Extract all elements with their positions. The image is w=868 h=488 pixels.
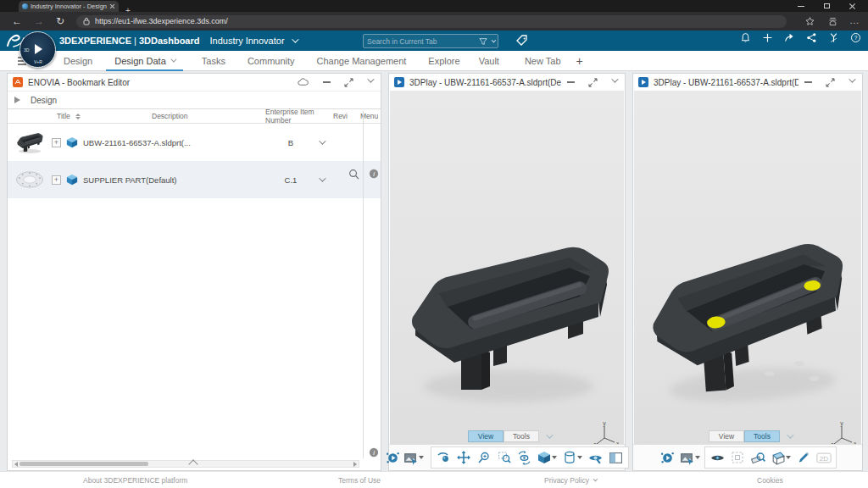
2d-annotation-icon[interactable]: 2D <box>815 449 832 466</box>
widget-menu-chevron-icon[interactable] <box>367 75 374 82</box>
window-restore-button[interactable] <box>814 0 839 12</box>
add-dashboard-tab-button[interactable]: + <box>576 54 583 68</box>
share-nodes-icon[interactable] <box>806 32 817 43</box>
tab-menu-chevron-icon[interactable] <box>170 57 176 63</box>
dashboard-name[interactable]: Industry Innovator <box>210 36 285 46</box>
global-search[interactable] <box>363 34 498 48</box>
column-enterprise-item-number[interactable]: Enterprise Item Number <box>265 108 333 125</box>
search-input[interactable] <box>367 37 479 46</box>
column-revision[interactable]: Revi <box>333 112 355 120</box>
view-modes-cylinder-icon[interactable] <box>562 449 584 466</box>
tools-tab[interactable]: Tools <box>744 430 780 442</box>
tab-change-management[interactable]: Change Management <box>314 51 410 71</box>
info-icon[interactable]: i <box>369 169 379 179</box>
info-icon[interactable]: i <box>369 447 379 458</box>
footer-privacy-link[interactable]: Privacy Policy <box>544 476 596 485</box>
browser-tab[interactable]: Industry Innovator - Design Data <box>19 1 119 12</box>
footer-cookies-link[interactable]: Cookies <box>757 476 783 485</box>
footer-terms-link[interactable]: Terms of Use <box>338 476 381 485</box>
sort-icon[interactable] <box>75 114 81 119</box>
help-icon[interactable]: ? <box>850 32 861 43</box>
minimize-widget-icon[interactable] <box>804 78 812 87</box>
widget-menu-chevron-icon[interactable] <box>849 75 855 82</box>
3dcompass[interactable]: 3D V+R <box>19 31 56 68</box>
search-icon[interactable] <box>348 169 359 180</box>
browser-menu-ellipsis-icon[interactable]: ... <box>850 16 860 27</box>
3d-model-tray[interactable] <box>402 216 614 419</box>
filter-funnel-icon[interactable] <box>479 37 487 46</box>
back-button[interactable]: ← <box>12 15 22 27</box>
tools-tab[interactable]: Tools <box>504 430 539 442</box>
tab-design-data[interactable]: Design Data <box>111 51 178 71</box>
play-3d-icon[interactable] <box>386 449 400 466</box>
markup-pencil-icon[interactable] <box>795 449 812 466</box>
column-menu[interactable]: Menu <box>355 112 378 120</box>
row-title[interactable]: UBW-21161-66537-A.sldprt(... <box>83 138 278 147</box>
zoom-icon[interactable] <box>476 449 492 466</box>
window-close-button[interactable] <box>839 0 865 12</box>
horizontal-scrollbar[interactable] <box>12 460 359 468</box>
hide-show-eye-icon[interactable] <box>709 449 726 466</box>
address-bar[interactable]: https://eu1-ifwe.3dexperience.3ds.com/ <box>76 15 787 28</box>
viewer-2-viewport[interactable]: y z x View Tools <box>634 91 861 444</box>
expand-widget-icon[interactable] <box>588 78 598 87</box>
minimize-widget-icon[interactable] <box>566 78 575 87</box>
plus-icon[interactable] <box>762 32 773 43</box>
scroll-right-arrow-icon[interactable] <box>353 462 357 467</box>
view-tab[interactable]: View <box>709 430 744 442</box>
tab-new-tab[interactable]: New Tab <box>521 51 565 71</box>
pan-icon[interactable] <box>455 449 472 466</box>
rotate-view-icon[interactable] <box>516 449 533 466</box>
row-menu-chevron-icon[interactable] <box>319 137 326 144</box>
row-expander-icon[interactable]: + <box>52 138 61 147</box>
viewer-1-viewport[interactable]: y z x View Tools <box>390 91 624 444</box>
widget-menu-chevron-icon[interactable] <box>611 75 618 82</box>
tree-expand-icon[interactable] <box>14 97 20 103</box>
tab-design[interactable]: Design <box>60 51 96 71</box>
tab-explore[interactable]: Explore <box>425 51 463 71</box>
bell-icon[interactable] <box>740 32 751 43</box>
tag-icon[interactable] <box>515 34 529 47</box>
expand-widget-icon[interactable] <box>826 78 835 87</box>
collapse-panel-chevron-icon[interactable] <box>189 458 198 467</box>
scrollbar-thumb[interactable] <box>19 462 148 466</box>
search-options-chevron-icon[interactable] <box>492 37 497 42</box>
table-row[interactable]: + SUPPLIER PART(Default) C.1 <box>8 161 381 198</box>
tab-vault[interactable]: Vault <box>476 51 503 71</box>
dashboard-chevron-down-icon[interactable] <box>292 36 298 42</box>
share-arrow-icon[interactable] <box>784 32 795 43</box>
minimize-widget-icon[interactable] <box>322 78 331 87</box>
scroll-left-arrow-icon[interactable] <box>14 462 18 467</box>
row-expander-icon[interactable]: + <box>52 175 61 185</box>
examine-icon[interactable] <box>435 449 452 466</box>
assistant-icon[interactable] <box>828 32 839 43</box>
standard-views-cube-icon[interactable] <box>537 449 559 466</box>
render-style-eye-icon[interactable] <box>587 449 604 466</box>
ghost-selection-icon[interactable] <box>729 449 746 466</box>
capture-image-icon[interactable] <box>679 449 701 466</box>
tab-community[interactable]: Community <box>244 51 298 71</box>
collections-icon[interactable] <box>827 16 838 27</box>
view-tab[interactable]: View <box>468 430 504 442</box>
tab-close-icon[interactable] <box>109 3 115 9</box>
table-row[interactable]: + UBW-21161-66537-A.sldprt(... B <box>8 124 381 161</box>
capture-image-icon[interactable] <box>403 449 424 466</box>
window-minimize-button[interactable] <box>788 0 814 12</box>
split-view-icon[interactable] <box>608 449 625 466</box>
play-3d-icon[interactable] <box>659 449 676 466</box>
row-menu-chevron-icon[interactable] <box>319 175 326 181</box>
toolbar-collapse-chevron-icon[interactable] <box>546 431 553 438</box>
column-description[interactable]: Description <box>147 112 265 120</box>
breadcrumb[interactable]: Design <box>31 96 57 105</box>
tab-tasks[interactable]: Tasks <box>198 51 229 71</box>
zoom-area-icon[interactable] <box>496 449 513 466</box>
refresh-button[interactable]: ↻ <box>56 15 64 27</box>
toolbar-collapse-chevron-icon[interactable] <box>787 431 793 438</box>
footer-about-link[interactable]: About 3DEXPERIENCE platform <box>83 476 187 485</box>
favorite-add-star-icon[interactable] <box>804 16 815 27</box>
row-title[interactable]: SUPPLIER PART(Default) <box>83 175 278 185</box>
measure-icon[interactable] <box>749 449 766 466</box>
expand-widget-icon[interactable] <box>344 78 353 87</box>
cloud-icon[interactable] <box>298 78 309 86</box>
forward-button[interactable]: → <box>34 15 44 27</box>
